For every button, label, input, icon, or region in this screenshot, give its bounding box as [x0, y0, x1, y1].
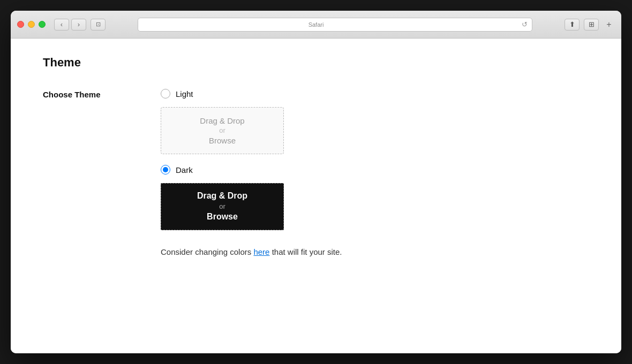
back-button[interactable]: ‹	[54, 19, 69, 31]
consider-text: Consider changing colors here that will …	[161, 247, 342, 256]
light-dropzone-or-text: or	[219, 126, 225, 135]
light-radio-label: Light	[176, 89, 193, 98]
theme-options: Light Drag & Drop or Browse Dark	[161, 89, 342, 256]
dark-radio-row[interactable]: Dark	[161, 165, 342, 175]
dark-radio-inner	[163, 167, 168, 172]
page-title: Theme	[43, 56, 589, 70]
browser-window: ‹ › ⊡ ↺ Safari ⬆ ⊞ + Theme Choose Theme	[11, 11, 621, 353]
add-tab-button[interactable]: +	[603, 19, 615, 31]
traffic-lights	[17, 21, 46, 28]
consider-before-text: Consider changing colors	[161, 247, 253, 256]
back-icon: ‹	[61, 20, 63, 28]
light-radio-button[interactable]	[161, 89, 170, 98]
new-tab-button[interactable]: ⊞	[584, 19, 599, 31]
reader-button[interactable]: ⊡	[91, 19, 106, 31]
share-button[interactable]: ⬆	[565, 19, 580, 31]
section-label: Choose Theme	[43, 89, 129, 99]
forward-icon: ›	[78, 20, 80, 28]
titlebar: ‹ › ⊡ ↺ Safari ⬆ ⊞ +	[11, 11, 621, 39]
content-area: Theme Choose Theme Light Drag & Drop or …	[11, 39, 621, 353]
dark-radio-button[interactable]	[161, 165, 170, 175]
address-bar[interactable]: ↺	[138, 18, 532, 32]
dark-dropzone-main-text: Drag & Drop	[197, 190, 247, 202]
light-dropzone-main-text: Drag & Drop	[200, 115, 244, 126]
forward-button[interactable]: ›	[71, 19, 86, 31]
close-button[interactable]	[17, 21, 24, 28]
toolbar-right: ⬆ ⊞	[565, 19, 599, 31]
light-radio-row[interactable]: Light	[161, 89, 342, 98]
refresh-icon[interactable]: ↺	[522, 20, 528, 28]
light-dropzone-browse-text: Browse	[209, 135, 236, 146]
reader-icon: ⊡	[96, 21, 101, 28]
minimize-button[interactable]	[28, 21, 35, 28]
dark-dropzone-or-text: or	[219, 202, 225, 211]
dark-dropzone-browse-text: Browse	[207, 211, 238, 223]
light-dropzone[interactable]: Drag & Drop or Browse	[161, 107, 284, 154]
dark-radio-label: Dark	[176, 165, 193, 175]
nav-buttons: ‹ ›	[54, 19, 86, 31]
theme-section: Choose Theme Light Drag & Drop or Browse	[43, 89, 589, 256]
browser-label: Safari	[309, 21, 324, 28]
dark-dropzone[interactable]: Drag & Drop or Browse	[161, 183, 284, 230]
maximize-button[interactable]	[39, 21, 46, 28]
consider-after-text: that will fit your site.	[269, 247, 342, 256]
consider-link[interactable]: here	[253, 247, 269, 256]
